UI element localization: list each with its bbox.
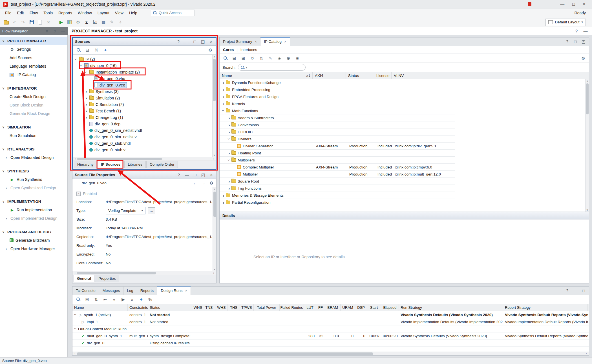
ip-item-embedded-processing[interactable]: ›Embedded Processing <box>220 86 455 93</box>
properties-tab-properties[interactable]: Properties <box>95 275 119 282</box>
source-item-instantiation-template-2[interactable]: ›Instantiation Template (2) <box>73 69 216 75</box>
close-tab-icon[interactable]: × <box>284 39 286 44</box>
scrollbar-thumb[interactable] <box>213 59 216 101</box>
collapse-toggle-icon[interactable]: › <box>227 137 231 141</box>
flownav-item-create-block-design[interactable]: Create Block Design <box>0 92 67 101</box>
runs-play-button[interactable]: ▶ <box>119 296 127 303</box>
results-tab-reports[interactable]: Reports <box>137 287 157 295</box>
main-gear-button[interactable]: ⚙ <box>74 19 82 26</box>
ipcat-add-repo-button[interactable]: ⊕ <box>284 55 292 62</box>
quick-access-search[interactable]: Quick Access <box>151 10 195 16</box>
ip-item-multipliers[interactable]: ›Multipliers <box>220 157 455 164</box>
minimize-window-button[interactable]: — <box>560 2 564 6</box>
workspace-maximize-button[interactable]: □ <box>573 39 578 44</box>
results-tab-log[interactable]: Log <box>123 287 137 295</box>
source-item-change-log-1[interactable]: ›Change Log (1) <box>73 114 216 121</box>
runs-swap-button[interactable]: ⇅ <box>92 296 100 303</box>
flownav-item-run-implementation[interactable]: ▶Run Implementation <box>0 206 67 214</box>
flownav-item-open-elaborated-design[interactable]: ›Open Elaborated Design <box>0 153 67 162</box>
workspace-tab-project-summary[interactable]: Project Summary× <box>220 37 260 46</box>
ip-item-partial-reconfiguration[interactable]: ›Partial Reconfiguration <box>220 199 455 206</box>
flownav-item-language-templates[interactable]: Language Templates <box>0 62 67 70</box>
flownav-help-button[interactable]: ? <box>52 28 58 34</box>
sources-tab-libraries[interactable]: Libraries <box>124 161 146 168</box>
expand-toggle-icon[interactable]: › <box>227 123 231 127</box>
flownav-item-add-sources[interactable]: Add Sources <box>0 54 67 62</box>
runs-percent-button[interactable]: % <box>146 296 154 303</box>
runs-plus-button[interactable]: + <box>137 296 145 303</box>
collapse-toggle-icon[interactable]: › <box>74 312 78 317</box>
sources-maximize-button[interactable]: □ <box>192 39 197 44</box>
scroll-left-icon[interactable]: ‹ <box>73 352 77 355</box>
runs-column-wns[interactable]: WNS <box>193 304 203 311</box>
results-tab-design-runs[interactable]: Design Runs× <box>157 287 191 295</box>
collapse-toggle-icon[interactable]: › <box>221 108 226 113</box>
run-row-mult-gen-0-synth-1[interactable]: ✓mult_gen_0_synth_1mult_gen_0synth_desig… <box>72 332 589 339</box>
flownav-item-ip-catalog[interactable]: IP Catalog <box>0 70 67 79</box>
layout-selector[interactable]: Default Layout ▾ <box>545 19 586 26</box>
main-copy-button[interactable] <box>36 19 44 26</box>
ip-item-math-functions[interactable]: ›Math Functions <box>220 107 455 114</box>
runs-column-elapsed[interactable]: Elapsed <box>381 304 399 311</box>
ip-item-trig-functions[interactable]: ›Trig Functions <box>220 185 455 192</box>
run-row-out-of-context-module-runs[interactable]: ›Out-of-Context Module Runs <box>72 325 589 332</box>
column-header-name[interactable]: Name∧1 <box>220 72 313 79</box>
menu-edit[interactable]: Edit <box>14 9 27 17</box>
scroll-up-icon[interactable]: ∧ <box>213 187 216 191</box>
sources-help-button[interactable]: ? <box>176 39 181 44</box>
scrollbar-thumb[interactable] <box>77 272 156 274</box>
ip-item-adders-subtracters[interactable]: ›Adders & Subtracters <box>220 114 455 121</box>
expand-toggle-icon[interactable]: › <box>84 89 89 94</box>
ipcat-search-button[interactable] <box>221 55 229 62</box>
expand-toggle-icon[interactable]: › <box>221 80 226 85</box>
close-tab-icon[interactable]: × <box>185 288 187 293</box>
properties-tab-general[interactable]: General <box>74 275 94 282</box>
flownav-section-project-manager[interactable]: ∨PROJECT MANAGER <box>0 37 67 45</box>
workspace-restore-button[interactable]: ◰ <box>581 39 586 44</box>
source-item-div-gen-0-sim-netlist-vhdl[interactable]: ›div_gen_0_sim_netlist.vhdl <box>73 127 216 134</box>
scroll-up-icon[interactable]: ∧ <box>213 55 216 58</box>
source-item-synthesis-3[interactable]: ›Synthesis (3) <box>73 88 216 95</box>
close-window-button[interactable]: × <box>583 2 585 6</box>
ipcat-swap-button[interactable]: ⇅ <box>257 55 265 62</box>
runs-column-start[interactable]: Start <box>367 304 381 311</box>
sources-settings-button[interactable]: ⚙ <box>206 46 214 54</box>
source-item-div-gen-0-stub-v[interactable]: ›div_gen_0_stub.v <box>73 147 216 153</box>
enabled-checkbox[interactable]: ✓ <box>76 192 81 196</box>
flownav-section-synthesis[interactable]: ∨SYNTHESIS <box>0 167 67 175</box>
source-item-test-bench-1[interactable]: ›Test Bench (1) <box>73 108 216 114</box>
ip-item-kernels[interactable]: ›Kernels <box>220 100 455 107</box>
main-delete-button[interactable]: ✕ <box>45 19 52 26</box>
main-run-button[interactable]: ▶ <box>57 19 65 26</box>
properties-help-button[interactable]: ? <box>176 172 181 177</box>
sources-horizontal-scrollbar[interactable]: ‹ › <box>73 157 216 161</box>
runs-rewind-button[interactable]: « <box>110 296 118 303</box>
sources-minimize-button[interactable]: — <box>184 39 189 44</box>
scroll-down-icon[interactable]: ∨ <box>213 267 216 271</box>
sources-vertical-scrollbar[interactable]: ∧ ∨ <box>212 55 216 157</box>
main-report-button[interactable] <box>91 19 99 26</box>
menu-file[interactable]: File <box>2 9 14 17</box>
sources-tab-hierarchy[interactable]: Hierarchy <box>74 161 97 168</box>
sources-collapse-all-button[interactable]: ⊟ <box>83 46 91 54</box>
ipcat-stop-button[interactable]: ■ <box>293 55 301 62</box>
properties-restore-button[interactable]: ◰ <box>201 172 206 177</box>
source-item-simulation-2[interactable]: ›Simulation (2) <box>73 95 216 101</box>
collapse-toggle-icon[interactable]: › <box>227 158 231 162</box>
expand-toggle-icon[interactable]: › <box>221 200 226 205</box>
ip-item-multiplier[interactable]: ›MultiplierProductionIncludedxilinx.com:… <box>220 171 455 178</box>
source-item-c-simulation-2[interactable]: ›C Simulation (2) <box>73 101 216 108</box>
browse-button[interactable]: … <box>148 207 155 214</box>
flownav-item-settings[interactable]: ⚙Settings <box>0 45 67 54</box>
sources-swap-button[interactable]: ⇅ <box>92 46 100 54</box>
main-probe-button[interactable]: ✧ <box>116 19 124 26</box>
ipcat-edit-button[interactable]: ✎ <box>266 55 274 62</box>
ipcat-collapse-all-button[interactable]: ⊟ <box>230 55 238 62</box>
expand-toggle-icon[interactable]: › <box>84 102 89 107</box>
scrollbar-thumb[interactable] <box>77 158 162 160</box>
ip-vertical-scrollbar[interactable]: ∧ ∨ <box>585 79 589 212</box>
ip-item-cordic[interactable]: ›CORDIC <box>220 128 455 136</box>
ipcat-refresh-button[interactable]: ↺ <box>248 55 256 62</box>
runs-column-whs[interactable]: WHS <box>215 304 228 311</box>
flownav-section-ip-integrator[interactable]: ∨IP INTEGRATOR <box>0 84 67 92</box>
